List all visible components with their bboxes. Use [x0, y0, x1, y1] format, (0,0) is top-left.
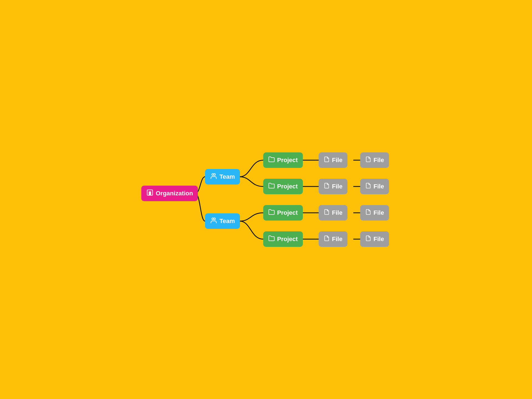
project3-label: Project: [277, 209, 298, 216]
users-icon-2: [210, 217, 217, 226]
organization-label: Organization: [156, 190, 193, 197]
project4-node[interactable]: Project: [263, 231, 303, 247]
file-icon-6: [365, 183, 371, 190]
file4-label: File: [332, 236, 342, 243]
building-icon: [146, 189, 154, 198]
project1-node[interactable]: Project: [263, 152, 303, 168]
file8-node[interactable]: File: [360, 231, 389, 247]
file1-node[interactable]: File: [319, 152, 347, 168]
file3-label: File: [332, 209, 342, 216]
project2-node[interactable]: Project: [263, 179, 303, 194]
folder-icon-1: [268, 156, 275, 164]
file5-node[interactable]: File: [360, 152, 389, 168]
file2-label: File: [332, 183, 342, 190]
project3-node[interactable]: Project: [263, 205, 303, 221]
project1-label: Project: [277, 157, 298, 164]
file-icon-3: [324, 209, 330, 217]
organization-node[interactable]: Organization: [141, 186, 198, 201]
file2-node[interactable]: File: [319, 179, 347, 194]
file4-node[interactable]: File: [319, 231, 347, 247]
team2-label: Team: [219, 218, 235, 225]
users-icon-1: [210, 172, 217, 181]
file-icon-7: [365, 209, 371, 217]
file-icon-4: [324, 235, 330, 243]
file6-label: File: [374, 183, 384, 190]
file1-label: File: [332, 157, 342, 164]
svg-point-4: [214, 218, 216, 220]
folder-icon-2: [268, 182, 275, 191]
team1-node[interactable]: Team: [205, 169, 240, 185]
file8-label: File: [374, 236, 384, 243]
file7-label: File: [374, 209, 384, 216]
file-icon-1: [324, 156, 330, 164]
file7-node[interactable]: File: [360, 205, 389, 221]
project2-label: Project: [277, 183, 298, 190]
file5-label: File: [374, 157, 384, 164]
team1-label: Team: [219, 173, 235, 180]
diagram: Organization Team Team: [141, 130, 391, 269]
team2-node[interactable]: Team: [205, 213, 240, 229]
file-icon-2: [324, 183, 330, 190]
folder-icon-3: [268, 209, 275, 217]
project4-label: Project: [277, 236, 298, 243]
file-icon-5: [365, 156, 371, 164]
svg-point-2: [214, 173, 216, 175]
folder-icon-4: [268, 235, 275, 243]
file3-node[interactable]: File: [319, 205, 347, 221]
file6-node[interactable]: File: [360, 179, 389, 194]
file-icon-8: [365, 235, 371, 243]
